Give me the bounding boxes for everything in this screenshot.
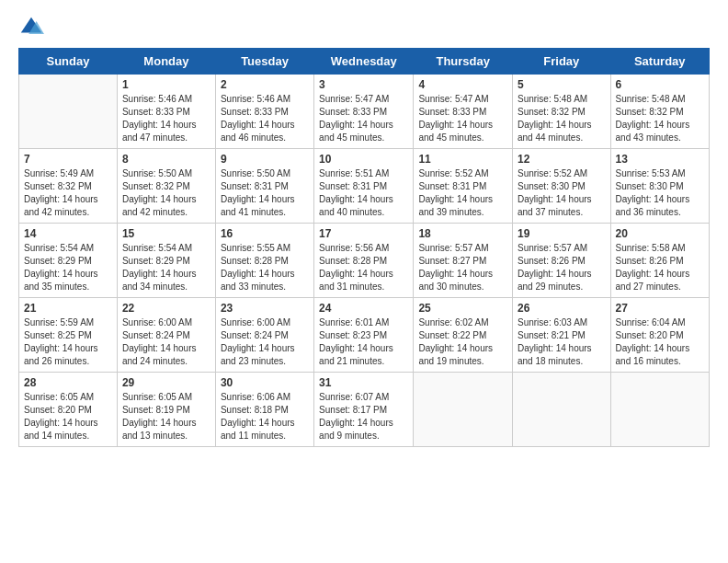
calendar-cell: 5Sunrise: 5:48 AM Sunset: 8:32 PM Daylig…	[513, 75, 611, 149]
calendar-header-tuesday: Tuesday	[215, 49, 313, 75]
day-info: Sunrise: 6:01 AM Sunset: 8:23 PM Dayligh…	[319, 316, 408, 368]
calendar-cell: 6Sunrise: 5:48 AM Sunset: 8:32 PM Daylig…	[610, 75, 709, 149]
day-number: 7	[24, 153, 112, 166]
day-info: Sunrise: 5:46 AM Sunset: 8:33 PM Dayligh…	[221, 93, 309, 144]
day-number: 26	[518, 302, 606, 315]
day-info: Sunrise: 5:52 AM Sunset: 8:30 PM Dayligh…	[518, 167, 606, 219]
day-number: 12	[518, 153, 606, 166]
calendar-week-row: 1Sunrise: 5:46 AM Sunset: 8:33 PM Daylig…	[19, 75, 710, 149]
day-number: 13	[616, 153, 704, 166]
calendar-cell: 23Sunrise: 6:00 AM Sunset: 8:24 PM Dayli…	[215, 298, 313, 373]
calendar-week-row: 21Sunrise: 5:59 AM Sunset: 8:25 PM Dayli…	[19, 298, 710, 373]
calendar-header-row: SundayMondayTuesdayWednesdayThursdayFrid…	[19, 49, 710, 75]
calendar-week-row: 14Sunrise: 5:54 AM Sunset: 8:29 PM Dayli…	[19, 224, 710, 298]
calendar-cell: 24Sunrise: 6:01 AM Sunset: 8:23 PM Dayli…	[314, 298, 414, 373]
day-number: 9	[221, 153, 309, 166]
day-number: 15	[122, 227, 210, 240]
logo	[18, 15, 48, 40]
day-info: Sunrise: 5:51 AM Sunset: 8:31 PM Dayligh…	[319, 167, 408, 219]
header	[18, 15, 710, 40]
day-number: 8	[122, 153, 210, 166]
calendar-week-row: 28Sunrise: 6:05 AM Sunset: 8:20 PM Dayli…	[19, 373, 710, 447]
day-number: 20	[616, 227, 704, 240]
calendar-cell: 3Sunrise: 5:47 AM Sunset: 8:33 PM Daylig…	[314, 75, 414, 149]
day-info: Sunrise: 5:49 AM Sunset: 8:32 PM Dayligh…	[24, 167, 112, 219]
day-number: 22	[122, 302, 210, 315]
calendar-cell: 28Sunrise: 6:05 AM Sunset: 8:20 PM Dayli…	[19, 373, 118, 447]
day-number: 25	[418, 302, 507, 315]
calendar-cell: 12Sunrise: 5:52 AM Sunset: 8:30 PM Dayli…	[513, 149, 611, 224]
calendar-cell: 18Sunrise: 5:57 AM Sunset: 8:27 PM Dayli…	[414, 224, 513, 298]
calendar-cell	[610, 373, 709, 447]
logo-icon	[18, 15, 44, 40]
day-info: Sunrise: 5:58 AM Sunset: 8:26 PM Dayligh…	[616, 242, 704, 293]
day-info: Sunrise: 5:54 AM Sunset: 8:29 PM Dayligh…	[24, 242, 112, 293]
day-info: Sunrise: 5:59 AM Sunset: 8:25 PM Dayligh…	[24, 316, 112, 368]
day-number: 6	[616, 78, 704, 91]
day-number: 5	[518, 78, 606, 91]
calendar-cell: 2Sunrise: 5:46 AM Sunset: 8:33 PM Daylig…	[215, 75, 313, 149]
day-number: 24	[319, 302, 408, 315]
day-info: Sunrise: 6:05 AM Sunset: 8:20 PM Dayligh…	[24, 391, 112, 442]
day-info: Sunrise: 6:06 AM Sunset: 8:18 PM Dayligh…	[221, 391, 309, 442]
day-info: Sunrise: 5:47 AM Sunset: 8:33 PM Dayligh…	[418, 93, 507, 144]
calendar-cell: 8Sunrise: 5:50 AM Sunset: 8:32 PM Daylig…	[117, 149, 215, 224]
calendar-header-monday: Monday	[117, 49, 215, 75]
calendar-cell: 10Sunrise: 5:51 AM Sunset: 8:31 PM Dayli…	[314, 149, 414, 224]
day-info: Sunrise: 5:54 AM Sunset: 8:29 PM Dayligh…	[122, 242, 210, 293]
calendar-table: SundayMondayTuesdayWednesdayThursdayFrid…	[18, 48, 710, 447]
calendar-cell: 17Sunrise: 5:56 AM Sunset: 8:28 PM Dayli…	[314, 224, 414, 298]
day-info: Sunrise: 5:50 AM Sunset: 8:31 PM Dayligh…	[221, 167, 309, 219]
day-info: Sunrise: 6:03 AM Sunset: 8:21 PM Dayligh…	[518, 316, 606, 368]
calendar-cell: 30Sunrise: 6:06 AM Sunset: 8:18 PM Dayli…	[215, 373, 313, 447]
calendar-cell	[513, 373, 611, 447]
day-number: 23	[221, 302, 309, 315]
calendar-cell	[414, 373, 513, 447]
calendar-cell: 26Sunrise: 6:03 AM Sunset: 8:21 PM Dayli…	[513, 298, 611, 373]
day-info: Sunrise: 5:53 AM Sunset: 8:30 PM Dayligh…	[616, 167, 704, 219]
calendar-cell: 7Sunrise: 5:49 AM Sunset: 8:32 PM Daylig…	[19, 149, 118, 224]
day-number: 28	[24, 376, 112, 389]
day-number: 31	[319, 376, 408, 389]
calendar-cell: 15Sunrise: 5:54 AM Sunset: 8:29 PM Dayli…	[117, 224, 215, 298]
day-number: 17	[319, 227, 408, 240]
calendar-cell	[19, 75, 118, 149]
calendar-cell: 1Sunrise: 5:46 AM Sunset: 8:33 PM Daylig…	[117, 75, 215, 149]
calendar-cell: 31Sunrise: 6:07 AM Sunset: 8:17 PM Dayli…	[314, 373, 414, 447]
calendar-cell: 29Sunrise: 6:05 AM Sunset: 8:19 PM Dayli…	[117, 373, 215, 447]
day-info: Sunrise: 5:50 AM Sunset: 8:32 PM Dayligh…	[122, 167, 210, 219]
calendar-cell: 25Sunrise: 6:02 AM Sunset: 8:22 PM Dayli…	[414, 298, 513, 373]
day-number: 11	[418, 153, 507, 166]
day-number: 2	[221, 78, 309, 91]
day-info: Sunrise: 5:52 AM Sunset: 8:31 PM Dayligh…	[418, 167, 507, 219]
calendar-cell: 14Sunrise: 5:54 AM Sunset: 8:29 PM Dayli…	[19, 224, 118, 298]
calendar-cell: 13Sunrise: 5:53 AM Sunset: 8:30 PM Dayli…	[610, 149, 709, 224]
day-number: 27	[616, 302, 704, 315]
day-number: 30	[221, 376, 309, 389]
day-number: 29	[122, 376, 210, 389]
calendar-header-thursday: Thursday	[414, 49, 513, 75]
calendar-header-friday: Friday	[513, 49, 611, 75]
calendar-week-row: 7Sunrise: 5:49 AM Sunset: 8:32 PM Daylig…	[19, 149, 710, 224]
day-info: Sunrise: 5:46 AM Sunset: 8:33 PM Dayligh…	[122, 93, 210, 144]
day-info: Sunrise: 5:48 AM Sunset: 8:32 PM Dayligh…	[616, 93, 704, 144]
calendar-cell: 21Sunrise: 5:59 AM Sunset: 8:25 PM Dayli…	[19, 298, 118, 373]
day-number: 1	[122, 78, 210, 91]
calendar-header-sunday: Sunday	[19, 49, 118, 75]
day-info: Sunrise: 6:07 AM Sunset: 8:17 PM Dayligh…	[319, 391, 408, 442]
calendar-cell: 27Sunrise: 6:04 AM Sunset: 8:20 PM Dayli…	[610, 298, 709, 373]
day-info: Sunrise: 6:00 AM Sunset: 8:24 PM Dayligh…	[221, 316, 309, 368]
day-number: 14	[24, 227, 112, 240]
day-number: 19	[518, 227, 606, 240]
day-info: Sunrise: 5:56 AM Sunset: 8:28 PM Dayligh…	[319, 242, 408, 293]
day-info: Sunrise: 5:55 AM Sunset: 8:28 PM Dayligh…	[221, 242, 309, 293]
calendar-header-wednesday: Wednesday	[314, 49, 414, 75]
calendar-header-saturday: Saturday	[610, 49, 709, 75]
calendar-cell: 22Sunrise: 6:00 AM Sunset: 8:24 PM Dayli…	[117, 298, 215, 373]
day-info: Sunrise: 6:00 AM Sunset: 8:24 PM Dayligh…	[122, 316, 210, 368]
calendar-cell: 9Sunrise: 5:50 AM Sunset: 8:31 PM Daylig…	[215, 149, 313, 224]
day-number: 16	[221, 227, 309, 240]
day-info: Sunrise: 6:04 AM Sunset: 8:20 PM Dayligh…	[616, 316, 704, 368]
calendar-cell: 16Sunrise: 5:55 AM Sunset: 8:28 PM Dayli…	[215, 224, 313, 298]
day-info: Sunrise: 6:05 AM Sunset: 8:19 PM Dayligh…	[122, 391, 210, 442]
